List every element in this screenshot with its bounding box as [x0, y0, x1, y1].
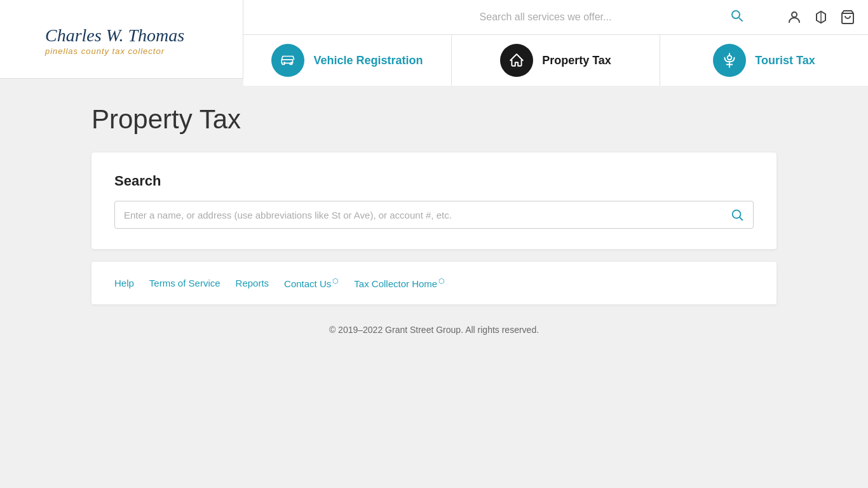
- external-link-icon-2: ⬡: [438, 277, 445, 285]
- property-search-input[interactable]: [124, 210, 730, 220]
- nav-label-property: Property Tax: [542, 54, 611, 67]
- search-card-heading: Search: [114, 173, 754, 189]
- notifications-button[interactable]: [813, 10, 829, 25]
- nav-item-tourist[interactable]: Tourist Tax: [660, 35, 868, 86]
- footer-link-terms[interactable]: Terms of Service: [149, 278, 220, 288]
- svg-text:Charles W. Thomas: Charles W. Thomas: [45, 25, 184, 45]
- search-bar-area: [243, 0, 868, 34]
- user-account-button[interactable]: [787, 10, 802, 25]
- page-title: Property Tax: [92, 104, 776, 135]
- svg-point-2: [792, 12, 797, 17]
- nav-label-tourist: Tourist Tax: [755, 54, 815, 67]
- header-search-icon[interactable]: [729, 8, 744, 27]
- logo-section: Charles W. Thomas pinellas county tax co…: [0, 0, 243, 78]
- property-icon-circle: [500, 44, 533, 77]
- svg-point-6: [290, 62, 292, 64]
- footer-links: Help Terms of Service Reports Contact Us…: [114, 277, 754, 289]
- property-search-button[interactable]: [730, 208, 744, 222]
- svg-line-9: [740, 217, 742, 220]
- nav-item-vehicle[interactable]: Vehicle Registration: [243, 35, 451, 86]
- footer-link-help[interactable]: Help: [114, 278, 134, 288]
- svg-text:pinellas county tax collector: pinellas county tax collector: [44, 46, 165, 56]
- header-search-input[interactable]: [368, 11, 724, 23]
- search-card: Search: [92, 152, 776, 249]
- svg-point-5: [283, 62, 285, 64]
- search-input-wrapper: [114, 201, 754, 229]
- cart-button[interactable]: [840, 10, 855, 25]
- footer-link-tax-collector-home[interactable]: Tax Collector Home⬡: [354, 277, 445, 289]
- logo: Charles W. Thomas pinellas county tax co…: [39, 15, 204, 64]
- header-right: Vehicle Registration Property Tax Touris…: [243, 0, 868, 78]
- footer-card: Help Terms of Service Reports Contact Us…: [92, 262, 776, 304]
- footer-link-contact[interactable]: Contact Us⬡: [284, 277, 339, 289]
- tourist-icon-circle: [713, 44, 746, 77]
- nav-bar: Vehicle Registration Property Tax Touris…: [243, 34, 868, 86]
- logo-svg: Charles W. Thomas pinellas county tax co…: [39, 15, 204, 59]
- nav-item-property[interactable]: Property Tax: [451, 35, 660, 86]
- svg-point-7: [728, 55, 732, 60]
- nav-label-vehicle: Vehicle Registration: [313, 54, 423, 67]
- main-content: Property Tax Search Help Terms of Servic…: [0, 79, 868, 360]
- header-icons: [787, 10, 855, 25]
- logo-name: Charles W. Thomas pinellas county tax co…: [39, 15, 204, 64]
- header: Charles W. Thomas pinellas county tax co…: [0, 0, 868, 79]
- vehicle-icon-circle: [271, 44, 304, 77]
- copyright: © 2019–2022 Grant Street Group. All righ…: [92, 325, 776, 335]
- footer-link-reports[interactable]: Reports: [236, 278, 269, 288]
- external-link-icon: ⬡: [332, 277, 339, 285]
